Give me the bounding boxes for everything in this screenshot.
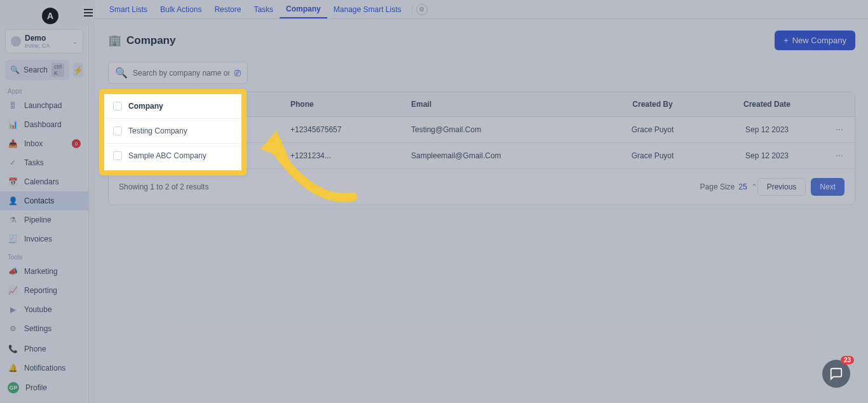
global-search-button[interactable]: 🔍 Search ctrl K: [5, 60, 69, 80]
row-checkbox[interactable]: [113, 126, 122, 135]
search-icon: 🔍: [115, 67, 128, 79]
chat-badge: 23: [841, 356, 854, 364]
youtube-icon: ▶: [8, 304, 18, 315]
chat-fab[interactable]: 23: [822, 360, 850, 388]
col-email: Email: [411, 100, 589, 109]
sidebar-item-contacts[interactable]: 👤Contacts: [0, 191, 88, 210]
sidebar-item-invoices[interactable]: 🧾Invoices: [0, 229, 88, 249]
contacts-icon: 👤: [8, 196, 18, 206]
tasks-icon: ✓: [8, 158, 18, 168]
sidebar-item-inbox[interactable]: 📥Inbox0: [0, 134, 88, 153]
sidebar-item-marketing[interactable]: 📣Marketing: [0, 262, 88, 281]
row-actions-icon[interactable]: ⋯: [818, 125, 843, 134]
sidebar-item-youtube[interactable]: ▶Youtube: [0, 300, 88, 319]
page-size-label: Page Size: [700, 182, 735, 191]
sidebar-item-phone[interactable]: 📞Phone: [0, 339, 88, 359]
launchpad-icon: 🎛: [8, 100, 18, 111]
main-content: Smart Lists Bulk Actions Restore Tasks C…: [95, 0, 868, 403]
page-title: 🏢 Company: [108, 34, 175, 47]
sidebar-item-calendars[interactable]: 📅Calendars: [0, 172, 88, 191]
bell-icon: 🔔: [8, 363, 18, 373]
col-created-date: Created Date: [716, 100, 818, 109]
search-shortcut: ctrl K: [51, 63, 64, 77]
sidebar-item-profile[interactable]: GPProfile: [0, 378, 88, 398]
profile-avatar: GP: [8, 382, 19, 393]
row-actions-icon[interactable]: ⋯: [818, 151, 843, 160]
tab-divider: [412, 4, 412, 15]
dashboard-icon: 📊: [8, 120, 18, 130]
next-button[interactable]: Next: [811, 178, 844, 196]
hamburger-icon[interactable]: [84, 6, 97, 19]
bolt-button[interactable]: ⚡: [73, 62, 83, 78]
filter-icon[interactable]: ⎚: [234, 67, 241, 79]
location-selector[interactable]: Demo Irvine, CA ⌄: [5, 29, 83, 53]
new-company-button[interactable]: + New Company: [775, 31, 855, 50]
previous-button[interactable]: Previous: [757, 178, 806, 196]
company-search-box[interactable]: 🔍 ⎚: [108, 62, 248, 84]
sidebar: Demo Irvine, CA ⌄ 🔍 Search ctrl K ⚡ Apps…: [0, 25, 89, 403]
gear-icon: ⚙: [8, 324, 18, 334]
reporting-icon: 📈: [8, 285, 18, 296]
plus-icon: +: [783, 36, 789, 45]
location-sub: Irvine, CA: [25, 43, 69, 49]
marketing-icon: 📣: [8, 266, 18, 277]
annotation-arrow-icon: [254, 114, 362, 210]
page-size-value[interactable]: 25: [738, 182, 747, 191]
calendar-icon: 📅: [8, 177, 18, 187]
sidebar-item-dashboard[interactable]: 📊Dashboard: [0, 115, 88, 134]
tab-company[interactable]: Company: [280, 1, 327, 18]
inbox-badge: 0: [72, 139, 81, 148]
tab-settings-icon[interactable]: ⚙: [416, 4, 428, 15]
col-phone: Phone: [290, 100, 411, 109]
col-created-by: Created By: [589, 100, 716, 109]
section-tools: Tools: [0, 249, 88, 262]
location-avatar-icon: [11, 36, 21, 46]
sidebar-item-pipeline[interactable]: ⚗Pipeline: [0, 210, 88, 229]
chevron-up-icon[interactable]: ⌃: [751, 182, 757, 191]
tab-bar: Smart Lists Bulk Actions Restore Tasks C…: [95, 0, 868, 19]
phone-icon: 📞: [8, 344, 18, 354]
location-name: Demo: [25, 34, 69, 43]
chat-icon: [829, 367, 843, 381]
inbox-icon: 📥: [8, 139, 18, 149]
sidebar-item-tasks[interactable]: ✓Tasks: [0, 153, 88, 172]
search-icon: 🔍: [10, 65, 20, 74]
invoices-icon: 🧾: [8, 234, 18, 244]
section-apps: Apps: [0, 83, 88, 96]
tab-tasks[interactable]: Tasks: [247, 1, 280, 18]
sidebar-item-launchpad[interactable]: 🎛Launchpad: [0, 96, 88, 115]
search-label: Search: [24, 65, 48, 74]
tab-restore[interactable]: Restore: [208, 1, 247, 18]
tab-bulk-actions[interactable]: Bulk Actions: [154, 1, 208, 18]
results-text: Showing 1 to 2 of 2 results: [119, 182, 700, 191]
sidebar-item-reporting[interactable]: 📈Reporting: [0, 281, 88, 300]
row-checkbox[interactable]: [113, 151, 122, 160]
chevron-down-icon: ⌄: [72, 38, 78, 45]
company-icon: 🏢: [108, 34, 121, 47]
app-avatar[interactable]: A: [42, 8, 58, 24]
highlight-callout: Company Testing Company Sample ABC Compa…: [99, 89, 247, 175]
pipeline-icon: ⚗: [8, 215, 18, 225]
select-all-checkbox[interactable]: [113, 102, 122, 111]
company-search-input[interactable]: [133, 69, 229, 78]
sidebar-item-settings[interactable]: ⚙Settings: [0, 319, 88, 338]
sidebar-item-notifications[interactable]: 🔔Notifications: [0, 359, 88, 378]
tab-smart-lists[interactable]: Smart Lists: [103, 1, 154, 18]
tab-manage-smart-lists[interactable]: Manage Smart Lists: [327, 1, 408, 18]
